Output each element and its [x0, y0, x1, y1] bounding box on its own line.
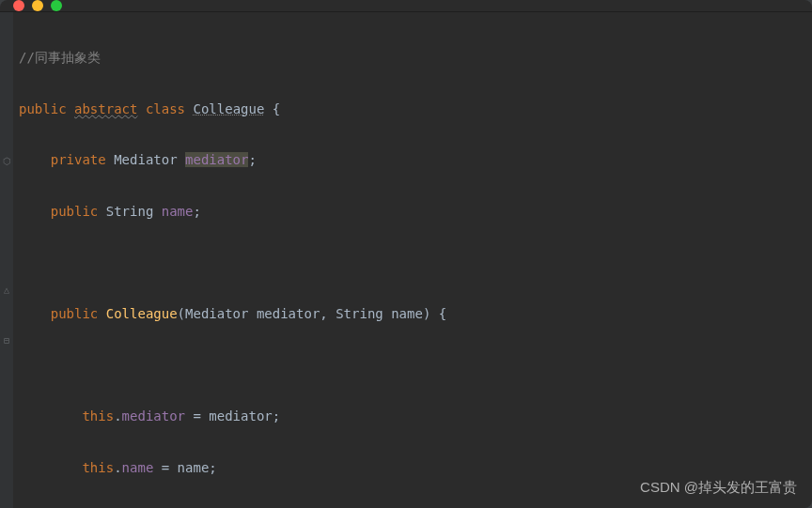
override-icon[interactable]: ⬡: [0, 148, 13, 174]
watermark: CSDN @掉头发的王富贵: [640, 473, 797, 500]
keyword: class: [146, 101, 185, 116]
code-line: public String name;: [19, 199, 812, 224]
gutter-spacer: [0, 302, 13, 328]
keyword: abstract: [74, 101, 137, 116]
titlebar: [0, 0, 812, 12]
assignment: = mediator;: [185, 408, 280, 423]
gutter-spacer: [0, 46, 13, 71]
gutter-spacer: [0, 225, 13, 251]
type: String: [106, 204, 154, 219]
keyword: private: [51, 152, 106, 167]
comment: //同事抽象类: [19, 50, 101, 65]
gutter-spacer: [0, 98, 13, 123]
gutter-spacer: [0, 251, 13, 276]
gutter-spacer: [0, 200, 13, 225]
collapse-up-icon[interactable]: △: [0, 277, 13, 302]
keyword: public: [19, 101, 67, 116]
keyword: this: [82, 408, 114, 423]
field: mediator: [185, 152, 248, 167]
brace: {: [264, 101, 280, 116]
semicolon: ;: [193, 204, 200, 219]
minimize-icon[interactable]: [32, 0, 43, 11]
code-line: public Colleague(Mediator mediator, Stri…: [19, 301, 812, 327]
code-area[interactable]: //同事抽象类 public abstract class Colleague …: [13, 12, 812, 508]
gutter: ⬡ △ ⊟: [0, 12, 13, 508]
editor-area: ⬡ △ ⊟ //同事抽象类 public abstract class Coll…: [0, 12, 812, 508]
code-line: this.mediator = mediator;: [19, 404, 812, 429]
gutter-spacer: [0, 174, 13, 199]
gutter-spacer: [0, 123, 13, 148]
constructor: Colleague: [106, 306, 178, 321]
class-name: Colleague: [193, 101, 264, 116]
blank-line: [19, 353, 812, 378]
code-line: public abstract class Colleague {: [19, 97, 812, 122]
dot: .: [114, 408, 121, 423]
keyword: public: [51, 306, 99, 321]
assignment: = name;: [153, 460, 216, 475]
collapse-icon[interactable]: ⊟: [0, 328, 13, 353]
params: (Mediator mediator, String name) {: [178, 306, 447, 321]
editor-window: ⬡ △ ⊟ //同事抽象类 public abstract class Coll…: [0, 0, 812, 508]
type: Mediator: [114, 152, 177, 167]
gutter-spacer: [0, 71, 13, 97]
code-line: private Mediator mediator;: [19, 147, 812, 173]
close-icon[interactable]: [13, 0, 24, 11]
field: mediator: [122, 408, 185, 423]
keyword: public: [51, 204, 99, 219]
blank-line: [19, 251, 812, 276]
dot: .: [114, 460, 121, 475]
semicolon: ;: [248, 152, 256, 167]
field: name: [122, 460, 154, 475]
maximize-icon[interactable]: [51, 0, 62, 11]
keyword: this: [82, 460, 114, 475]
field: name: [162, 204, 194, 219]
code-line: //同事抽象类: [19, 45, 812, 70]
